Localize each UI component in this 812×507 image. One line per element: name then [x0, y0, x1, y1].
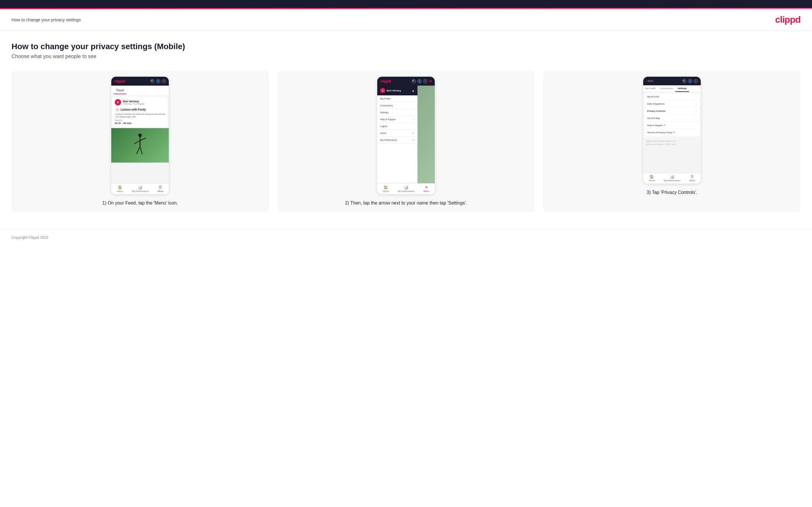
user-icon[interactable]: 👤 [156, 79, 160, 83]
chevron-right-icon-4: › [696, 117, 697, 119]
version-info: Clippd Client Version: 2022.8.3-3 GQL Se… [643, 137, 701, 148]
menu-section-performance[interactable]: My Performance ▼ [377, 137, 417, 144]
copyright-text: Copyright Clippd 2022 [11, 235, 49, 239]
phone-mockup-1: clippd 🔍 👤 ⚙ Feed B [111, 77, 169, 194]
phone-icons-1: 🔍 👤 ⚙ [150, 79, 166, 83]
settings-icon-2[interactable]: ⚙ [423, 79, 427, 83]
settings-item-myaccount[interactable]: My Account › [644, 93, 700, 100]
chart-icon-2: 📊 [404, 185, 408, 189]
menu-user-header: B Blair McHarg ▲ [377, 86, 417, 95]
page-subtitle: Choose what you want people to see [11, 53, 801, 59]
settings-list: My Account › Data Integrations › Privacy… [643, 92, 701, 137]
settings-tabs-bar: My Profile Connections Settings [643, 85, 701, 92]
user-icon-3[interactable]: 👤 [688, 79, 692, 83]
footer-menu-2[interactable]: ✕ Menu [423, 185, 429, 192]
chevron-right-icon-2: › [696, 103, 697, 105]
feed-tab-label: Feed [113, 87, 126, 94]
menu-expand-arrow[interactable]: ▲ [412, 89, 415, 92]
tab-myprofile[interactable]: My Profile [643, 85, 658, 92]
menu-panel: B Blair McHarg ▲ My Profile Connections [377, 86, 417, 183]
search-icon-3[interactable]: 🔍 [682, 79, 687, 83]
home-icon-3: 🏠 [650, 175, 654, 179]
step-card-3: ‹ Back 🔍 👤 ⚙ My Profile Connections Sett… [543, 71, 801, 212]
footer-menu-1[interactable]: ☰ Menu [158, 185, 163, 192]
page-title: How to change your privacy settings (Mob… [11, 42, 801, 51]
settings-item-mygolfbag[interactable]: My Golf Bag › [644, 115, 700, 121]
feed-lesson: ⛳ Lesson with Fordy [115, 107, 165, 112]
footer-home-1[interactable]: 🏠 Home [117, 185, 123, 192]
golf-ball-icon: ⛳ [115, 107, 119, 112]
version-gql: GQL Server Version: 2022.7.30-1 [646, 143, 698, 146]
feed-username: Blair McHarg [123, 100, 145, 103]
svg-line-4 [137, 147, 140, 154]
close-icon[interactable]: ✕ [429, 79, 432, 83]
footer-home-3[interactable]: 🏠 Home [649, 175, 655, 182]
menu-item-logout[interactable]: Logout [377, 123, 417, 130]
svg-point-0 [138, 133, 142, 137]
svg-line-5 [140, 147, 142, 154]
footer-home-2[interactable]: 🏠 Home [383, 185, 389, 192]
close-menu-icon: ✕ [425, 185, 428, 189]
home-icon-2: 🏠 [384, 185, 388, 189]
step-card-1: clippd 🔍 👤 ⚙ Feed B [11, 71, 269, 212]
chevron-right-icon: › [696, 95, 697, 98]
settings-icon[interactable]: ⚙ [162, 79, 166, 83]
menu-item-connections[interactable]: Connections [377, 102, 417, 109]
search-icon-2[interactable]: 🔍 [412, 79, 416, 83]
phone-mockup-2: clippd 🔍 👤 ⚙ ✕ B [377, 77, 435, 194]
lesson-title: Lesson with Fordy [120, 108, 146, 111]
steps-grid: clippd 🔍 👤 ⚙ Feed B [11, 71, 801, 212]
menu-icon: ☰ [159, 185, 162, 189]
chevron-down-icon: ▼ [412, 132, 415, 134]
footer-performance-3[interactable]: 📊 My Performance [664, 175, 680, 182]
menu-section-home[interactable]: Home ▼ [377, 130, 417, 137]
user-icon-2[interactable]: 👤 [417, 79, 421, 83]
footer-performance-2[interactable]: 📊 My Performance [398, 185, 415, 192]
back-label: Back [648, 79, 654, 82]
settings-item-helpsupport[interactable]: Help & Support ↗ [644, 122, 700, 129]
settings-item-privacycontrols[interactable]: Privacy Controls › [644, 108, 700, 114]
duration-value: 01 hr : 30 min [115, 122, 165, 125]
svg-line-2 [134, 140, 140, 144]
avatar: B [115, 99, 121, 105]
phone-footer-1: 🏠 Home 📊 My Performance ☰ Menu [111, 183, 169, 194]
chart-icon-3: 📊 [670, 175, 674, 179]
tab-connections[interactable]: Connections [658, 85, 675, 92]
footer-menu-3[interactable]: ☰ Menu [689, 175, 695, 182]
top-bar [0, 0, 812, 8]
chart-icon: 📊 [138, 185, 142, 189]
tab-settings[interactable]: Settings [675, 85, 689, 92]
menu-item-myprofile[interactable]: My Profile [377, 95, 417, 102]
step-1-description: 1) On your Feed, tap the 'Menu' icon. [102, 200, 178, 206]
menu-username: Blair McHarg [387, 89, 401, 92]
duration-label: Duration [115, 119, 165, 121]
step-2-description: 2) Then, tap the arrow next to your name… [345, 200, 467, 206]
logo: clippd [775, 14, 801, 25]
feed-user: B Blair McHarg Yesterday · Sunningdale [115, 99, 165, 105]
menu-icon-3: ☰ [691, 175, 694, 179]
feed-content: B Blair McHarg Yesterday · Sunningdale ⛳… [112, 97, 168, 127]
footer-performance-1[interactable]: 📊 My Performance [132, 185, 149, 192]
menu-avatar: B [380, 88, 385, 93]
header: How to change your privacy settings clip… [0, 9, 812, 31]
phone-body-2: B Blair McHarg ▲ My Profile Connections [377, 86, 435, 183]
step-card-2: clippd 🔍 👤 ⚙ ✕ B [277, 71, 535, 212]
page-footer: Copyright Clippd 2022 [0, 229, 812, 245]
settings-item-serviceprivacy[interactable]: Service & Privacy Policy ↗ [644, 129, 700, 136]
feed-date: Yesterday · Sunningdale [123, 103, 145, 105]
search-icon[interactable]: 🔍 [150, 79, 154, 83]
menu-item-settings[interactable]: Settings [377, 109, 417, 116]
phone-header-1: clippd 🔍 👤 ⚙ [111, 77, 169, 86]
phone-footer-2: 🏠 Home 📊 My Performance ✕ Menu [377, 183, 435, 194]
settings-icon-3[interactable]: ⚙ [694, 79, 698, 83]
version-client: Clippd Client Version: 2022.8.3-3 [646, 140, 698, 143]
step-3-description: 3) Tap 'Privacy Controls'. [647, 189, 697, 195]
golfer-silhouette [132, 132, 149, 158]
back-button[interactable]: ‹ Back [646, 79, 654, 82]
settings-item-dataintegrations[interactable]: Data Integrations › [644, 101, 700, 107]
header-title: How to change your privacy settings [11, 17, 81, 22]
back-chevron-icon: ‹ [646, 79, 647, 82]
phone-footer-3: 🏠 Home 📊 My Performance ☰ Menu [643, 173, 701, 183]
home-icon: 🏠 [118, 185, 122, 189]
menu-item-helpsupport[interactable]: Help & Support ↗ [377, 116, 417, 123]
